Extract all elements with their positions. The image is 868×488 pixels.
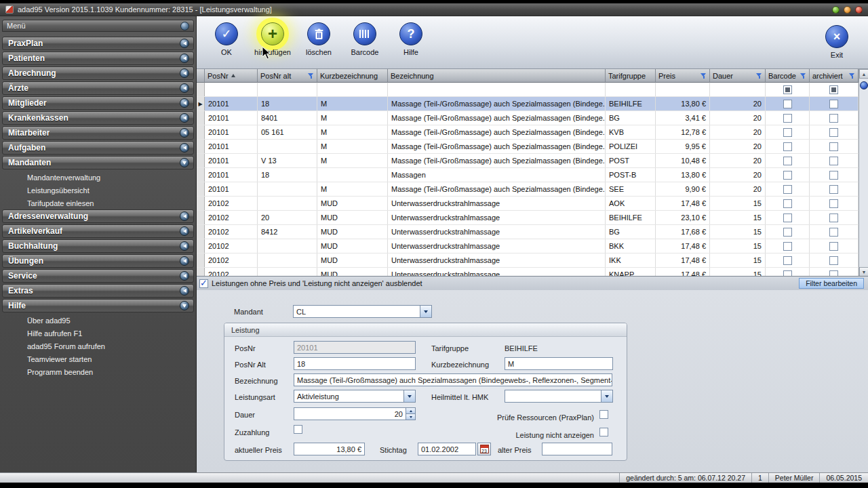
chevron-down-icon[interactable] <box>601 390 612 402</box>
filter-funnel-icon[interactable] <box>849 73 855 79</box>
table-row[interactable]: 201028412MUDUnterwasserdruckstrahlmassag… <box>197 225 859 239</box>
minimize-button[interactable] <box>832 6 840 14</box>
barcode-checkbox[interactable] <box>783 114 792 123</box>
column-header-kurzbezeichnung[interactable]: Kurzbezeichnung <box>317 69 388 83</box>
filter-funnel-icon[interactable] <box>701 73 707 79</box>
filter-funnel-icon[interactable] <box>756 73 762 79</box>
expand-icon[interactable] <box>180 98 189 108</box>
expand-icon[interactable] <box>180 286 189 296</box>
barcode-checkbox[interactable] <box>783 171 792 180</box>
sidebar-item-extras[interactable]: Extras <box>2 284 194 298</box>
scroll-down-icon[interactable]: ▼ <box>859 267 868 277</box>
sidebar-item-praxplan[interactable]: PraxPlan <box>2 37 194 50</box>
scroll-up-icon[interactable]: ▲ <box>859 69 868 79</box>
filter-checkbox[interactable] <box>829 85 838 94</box>
heilmittel-select[interactable] <box>505 390 613 403</box>
sidebar-item-artikelverkauf[interactable]: Artikelverkauf <box>2 224 194 238</box>
chevron-down-icon[interactable] <box>420 306 431 317</box>
barcode-checkbox[interactable] <box>783 100 792 108</box>
column-header-barcode[interactable]: Barcode <box>766 69 810 83</box>
sidebar-item-mitarbeiter[interactable]: Mitarbeiter <box>2 126 194 140</box>
hilfe-button[interactable]: ?Hilfe <box>389 20 433 56</box>
column-header-dauer[interactable]: Dauer <box>710 69 766 83</box>
filter-cell[interactable] <box>810 83 859 96</box>
barcode-checkbox[interactable] <box>783 142 792 151</box>
filter-cell[interactable] <box>656 83 710 96</box>
expand-icon[interactable] <box>180 54 189 63</box>
ok-button[interactable]: ✓OK <box>205 20 248 56</box>
chevron-down-icon[interactable] <box>403 390 415 402</box>
filter-cell[interactable] <box>766 83 810 96</box>
table-row[interactable]: 20102MUDUnterwasserdruckstrahlmassageBKK… <box>197 239 859 253</box>
sidebar-subitem-hilfe-aufrufen-f1[interactable]: Hilfe aufrufen F1 <box>0 327 196 340</box>
alter-preis-field[interactable] <box>542 443 612 455</box>
archiviert-checkbox[interactable] <box>829 157 838 165</box>
sidebar-subitem-programm-beenden[interactable]: Programm beenden <box>0 365 196 378</box>
expand-icon[interactable] <box>180 211 189 221</box>
expand-icon[interactable] <box>180 83 189 93</box>
sidebar-item-hilfe[interactable]: Hilfe <box>2 299 194 312</box>
filter-funnel-icon[interactable] <box>800 73 806 79</box>
vertical-scrollbar[interactable]: ▲ ▼ <box>859 69 868 277</box>
barcode-checkbox[interactable] <box>783 185 792 194</box>
sidebar-item-adressenverwaltung[interactable]: Adressenverwaltung <box>2 209 194 223</box>
table-row[interactable]: 2010118MassagenPOST-B13,80 €20 <box>197 168 859 182</box>
barcode-checkbox[interactable] <box>783 214 792 222</box>
sidebar-subitem-adad95-forum-aufrufen[interactable]: adad95 Forum aufrufen <box>0 340 196 352</box>
column-header-bezeichnung[interactable]: Bezeichnung <box>388 69 606 83</box>
barcode-checkbox[interactable] <box>783 128 792 137</box>
sidebar-item-mandanten[interactable]: Mandanten <box>2 156 194 169</box>
mandant-select[interactable]: CL <box>293 305 432 318</box>
archiviert-checkbox[interactable] <box>829 270 838 277</box>
scrollbar-thumb[interactable] <box>860 81 868 89</box>
table-row[interactable]: 2010105 161MMassage (Teil-/Großmassage) … <box>197 125 859 140</box>
sidebar-item-patienten[interactable]: Patienten <box>2 52 194 65</box>
barcode-checkbox[interactable] <box>783 199 792 208</box>
spin-up-icon[interactable] <box>406 408 415 413</box>
table-row[interactable]: 2010220MUDUnterwasserdruckstrahlmassageB… <box>197 211 859 225</box>
filter-cell[interactable] <box>205 83 258 96</box>
expand-icon[interactable] <box>180 143 189 152</box>
table-row[interactable]: 201018401MMassage (Teil-/Großmassage) au… <box>197 111 859 125</box>
archiviert-checkbox[interactable] <box>829 214 838 222</box>
sidebar-item-aufgaben[interactable]: Aufgaben <box>2 141 194 155</box>
kurzbez-field[interactable]: M <box>505 357 613 370</box>
archiviert-checkbox[interactable] <box>829 228 838 237</box>
menu-ball-icon[interactable] <box>180 22 189 30</box>
filter-cell[interactable] <box>388 83 606 96</box>
sidebar-subitem-tarifupdate-einlesen[interactable]: Tarifupdate einlesen <box>0 197 196 209</box>
leistungsart-select[interactable]: Aktivleistung <box>294 390 416 403</box>
archiviert-checkbox[interactable] <box>829 114 838 123</box>
table-row[interactable]: 20101V 13MMassage (Teil-/Großmassage) au… <box>197 154 859 168</box>
nicht-anzeigen-checkbox[interactable] <box>599 428 608 436</box>
archiviert-checkbox[interactable] <box>829 171 838 180</box>
filter-cell[interactable] <box>606 83 656 96</box>
expand-icon[interactable] <box>180 113 189 123</box>
bezeichnung-field[interactable]: Massage (Teil-/Großmassage) auch Spezial… <box>294 373 612 386</box>
sidebar-item-mitglieder[interactable]: Mitglieder <box>2 96 194 110</box>
collapse-icon[interactable] <box>180 301 189 310</box>
akt-preis-field[interactable]: 13,80 € <box>294 443 365 455</box>
barcode-checkbox[interactable] <box>783 228 792 237</box>
barcode-checkbox[interactable] <box>783 270 792 277</box>
column-header-posnr[interactable]: PosNr <box>205 69 258 83</box>
table-row[interactable]: 20102MUDUnterwasserdruckstrahlmassageIKK… <box>197 253 859 268</box>
archiviert-checkbox[interactable] <box>829 242 838 251</box>
hide-services-checkbox[interactable] <box>199 279 208 288</box>
table-row[interactable]: 20101MMassage (Teil-/Großmassage) auch S… <box>197 140 859 154</box>
filter-cell[interactable] <box>710 83 766 96</box>
collapse-icon[interactable] <box>180 158 189 167</box>
posnr-alt-field[interactable]: 18 <box>294 357 416 370</box>
barcode-button[interactable]: Barcode <box>343 20 387 56</box>
spin-down-icon[interactable] <box>406 413 415 420</box>
stichtag-field[interactable]: 01.02.2002 <box>418 443 476 455</box>
sidebar-item-abrechnung[interactable]: Abrechnung <box>2 66 194 80</box>
sidebar-item-service[interactable]: Service <box>2 269 194 283</box>
column-header-archiviert[interactable]: archiviert <box>810 69 859 83</box>
table-row[interactable]: 20102MUDUnterwasserdruckstrahlmassageKNA… <box>197 268 859 277</box>
expand-icon[interactable] <box>180 241 189 251</box>
archiviert-checkbox[interactable] <box>829 142 838 151</box>
barcode-checkbox[interactable] <box>783 242 792 251</box>
filter-cell[interactable] <box>317 83 388 96</box>
exit-button[interactable]: ×Exit <box>815 22 859 59</box>
